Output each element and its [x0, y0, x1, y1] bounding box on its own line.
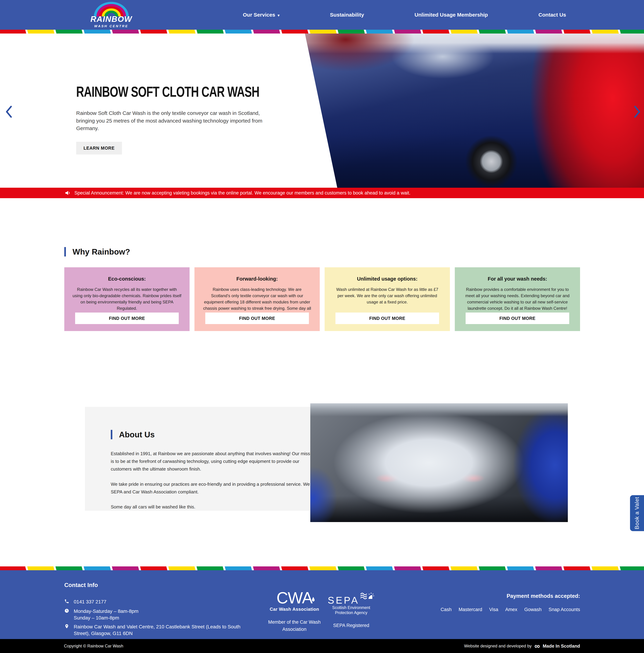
nav-item-contact-us[interactable]: Contact Us [538, 12, 566, 18]
card-text: Wash unlimited at Rainbow Car Wash for a… [333, 286, 442, 305]
about-us-heading: About Us [111, 430, 155, 439]
hero-description: Rainbow Soft Cloth Car Wash is the only … [76, 109, 275, 132]
sepa-name-line2: Protection Agency [317, 610, 385, 615]
contact-phone-number[interactable]: 0141 337 2177 [74, 599, 107, 605]
nav-item-unlimited-usage-membership[interactable]: Unlimited Usage Membership [415, 12, 488, 18]
feature-card-eco-conscious: Eco-conscious: Rainbow Car Wash recycles… [64, 267, 189, 331]
card-title: Eco-conscious: [72, 276, 182, 282]
hero-image-blue-car-red-brushes [297, 33, 644, 188]
waves-and-sun-icon [360, 591, 375, 603]
about-us-title: About Us [119, 430, 155, 439]
bottom-copyright-bar: Copyright © Rainbow Car Wash Website des… [0, 639, 644, 653]
payment-method-amex: Amex [505, 607, 518, 612]
feature-cards-row: Eco-conscious: Rainbow Car Wash recycles… [64, 267, 580, 331]
carousel-next-button[interactable] [632, 105, 643, 119]
contact-hours-sunday: Sunday – 10am-8pm [74, 614, 138, 621]
main-menu: Our Services ▾ Sustainability Unlimited … [243, 0, 566, 30]
payment-methods-list: Cash Mastercard Visa Amex Gowash Snap Ac… [441, 607, 580, 612]
card-text: Rainbow provides a comfortable environme… [463, 286, 572, 312]
find-out-more-button-wash-needs[interactable]: FIND OUT MORE [466, 313, 569, 324]
rainbow-stripe-divider-top [0, 30, 644, 33]
sepa-logo: SEPA [317, 591, 385, 615]
brand-name: RAINBOW [85, 15, 138, 23]
sepa-name-line1: Scottish Environment [317, 605, 385, 610]
payment-method-gowash: Gowash [524, 607, 542, 612]
nav-item-our-services[interactable]: Our Services ▾ [243, 12, 279, 18]
feature-card-unlimited-usage: Unlimited usage options: Wash unlimited … [325, 267, 450, 331]
why-rainbow-title: Why Rainbow? [72, 247, 130, 257]
sepa-name: Scottish Environment Protection Agency [317, 605, 385, 615]
chevron-right-icon [633, 106, 641, 118]
phone-icon [64, 599, 70, 605]
chevron-down-icon: ▾ [278, 13, 279, 17]
contact-address-row: Rainbow Car Wash and Valet Centre, 210 C… [64, 624, 242, 637]
book-a-valet-label: Book a Valet [634, 497, 640, 529]
payment-method-snap-accounts: Snap Accounts [549, 607, 580, 612]
brand-tagline: WASH CENTRE [85, 24, 138, 28]
why-rainbow-heading: Why Rainbow? [64, 247, 580, 257]
footer-sepa-logo-block: SEPA [317, 591, 385, 629]
top-navigation-bar: RAINBOW WASH CENTRE Our Services ▾ Susta… [0, 0, 644, 30]
copyright-text: Copyright © Rainbow Car Wash [64, 644, 123, 649]
chevron-left-icon [5, 106, 13, 118]
nav-item-sustainability[interactable]: Sustainability [330, 12, 364, 18]
about-paragraph-3: Some day all cars will be washed like th… [111, 503, 320, 511]
find-out-more-button-eco[interactable]: FIND OUT MORE [75, 313, 179, 324]
why-rainbow-section: Why Rainbow? Eco-conscious: Rainbow Car … [0, 198, 644, 331]
credit-brand: Made In Scotland [543, 644, 580, 649]
footer-contact-info: Contact Info 0141 337 2177 Monday-Saturd… [64, 582, 242, 639]
clock-icon [64, 608, 70, 621]
card-title: Forward-looking: [203, 276, 312, 282]
find-out-more-button-unlimited[interactable]: FIND OUT MORE [336, 313, 439, 324]
announcement-text: Special Announcement: We are now accepti… [74, 190, 410, 196]
book-a-valet-button[interactable]: Book a Valet [630, 495, 644, 531]
contact-hours-weekdays: Monday-Saturday – 8am-8pm [74, 608, 138, 614]
card-text: Rainbow Car Wash recycles all its water … [72, 286, 182, 312]
rainbow-arc-icon [94, 2, 129, 17]
megaphone-icon [65, 190, 71, 196]
card-title: Unlimited usage options: [333, 276, 442, 282]
card-title: For all your wash needs: [463, 276, 572, 282]
sepa-caption: SEPA Registered [317, 622, 385, 629]
sepa-acronym: SEPA [328, 596, 359, 605]
about-paragraph-1: Established in 1991, at Rainbow we are p… [111, 450, 320, 473]
infinity-loop-icon: ∞ [534, 643, 540, 649]
feature-card-forward-looking: Forward-looking: Rainbow uses class-lead… [194, 267, 320, 331]
hero-carousel: RAINBOW SOFT CLOTH CAR WASH Rainbow Soft… [0, 33, 644, 188]
payment-method-cash: Cash [441, 607, 452, 612]
footer: Contact Info 0141 337 2177 Monday-Saturd… [0, 570, 644, 639]
footer-payment-methods: Payment methods accepted: Cash Mastercar… [441, 593, 580, 612]
rainbow-stripe-divider-bottom [0, 566, 644, 570]
hero-content: RAINBOW SOFT CLOTH CAR WASH Rainbow Soft… [76, 83, 310, 154]
about-us-panel: About Us Established in 1991, at Rainbow… [85, 407, 342, 511]
cwa-acronym: CWA [276, 589, 312, 607]
about-image-foam-covered-car [310, 403, 568, 522]
payment-methods-title: Payment methods accepted: [441, 593, 580, 599]
contact-phone-row: 0141 337 2177 [64, 599, 242, 605]
rainbow-wash-centre-homepage: RAINBOW WASH CENTRE Our Services ▾ Susta… [0, 0, 644, 653]
payment-method-mastercard: Mastercard [459, 607, 482, 612]
nav-item-our-services-label: Our Services [243, 12, 275, 18]
contact-hours-row: Monday-Saturday – 8am-8pm Sunday – 10am-… [64, 608, 242, 621]
carousel-prev-button[interactable] [3, 105, 14, 119]
about-us-section: About Us Established in 1991, at Rainbow… [0, 403, 644, 522]
developer-credit-link[interactable]: Website designed and developed by ∞ Made… [464, 643, 580, 649]
contact-info-title: Contact Info [64, 582, 242, 588]
brand-logo[interactable]: RAINBOW WASH CENTRE [85, 2, 138, 28]
learn-more-button[interactable]: LEARN MORE [76, 142, 122, 154]
credit-prefix: Website designed and developed by [464, 644, 532, 649]
announcement-bar: Special Announcement: We are now accepti… [0, 188, 644, 198]
water-droplet-icon [311, 588, 315, 604]
heading-accent-bar [64, 247, 66, 257]
about-us-paragraphs: Established in 1991, at Rainbow we are p… [111, 450, 320, 518]
hero-title: RAINBOW SOFT CLOTH CAR WASH [76, 83, 252, 100]
heading-accent-bar [111, 430, 112, 439]
contact-hours: Monday-Saturday – 8am-8pm Sunday – 10am-… [74, 608, 138, 621]
contact-address: Rainbow Car Wash and Valet Centre, 210 C… [74, 624, 242, 637]
location-pin-icon [64, 624, 70, 637]
payment-method-visa: Visa [489, 607, 498, 612]
about-paragraph-2: We take pride in ensuring our practices … [111, 480, 320, 496]
find-out-more-button-forward[interactable]: FIND OUT MORE [205, 313, 309, 324]
feature-card-all-wash-needs: For all your wash needs: Rainbow provide… [455, 267, 580, 331]
